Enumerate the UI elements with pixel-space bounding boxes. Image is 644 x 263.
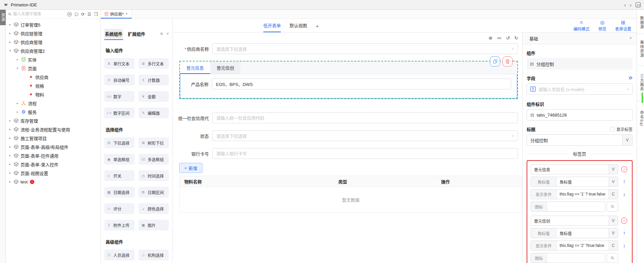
- tree-item-供应链管理[interactable]: ▸供应链管理: [6, 29, 101, 38]
- palette-item-多行文本[interactable]: ≣多行文本: [139, 58, 169, 69]
- form-settings-button[interactable]: ⊞表单设置: [615, 20, 631, 32]
- icon-input[interactable]: 图标: [531, 253, 605, 263]
- right-rail-tab-命名Sql[interactable]: 命名Sql: [637, 103, 644, 134]
- variable-toggle-button[interactable]: V: [622, 135, 632, 145]
- tree-item-供应商管理2[interactable]: ▾供应商管理2: [6, 46, 101, 55]
- nav-back-icon[interactable]: ‹: [624, 2, 626, 7]
- tree-item-库存管理[interactable]: ▸库存管理: [6, 116, 101, 125]
- code-toggle-button[interactable]: C: [608, 241, 618, 250]
- palette-item-附件上传[interactable]: ⇪附件上传: [104, 220, 135, 230]
- save-icon[interactable]: [636, 2, 641, 7]
- preview-button[interactable]: ◎预览: [598, 20, 606, 32]
- new-module-icon[interactable]: ⬡: [74, 12, 78, 16]
- editor-tab-supplier[interactable]: 供应商* ×: [101, 10, 132, 18]
- palette-item-下拉选择[interactable]: ⊟下拉选择: [104, 137, 135, 148]
- add-row-button[interactable]: + 新增: [179, 163, 202, 173]
- expand-arrow-icon[interactable]: ▸: [16, 110, 19, 114]
- product-name-input[interactable]: EOS、BPS、DWS: [212, 79, 511, 89]
- view-tab-默认视图[interactable]: 默认视图: [290, 22, 307, 32]
- tree-item-页面-表单-录入控件[interactable]: ▸页面-表单-录入控件: [6, 160, 101, 169]
- redo-icon[interactable]: ↻: [514, 35, 518, 43]
- credit-code-input-inner[interactable]: [216, 116, 514, 121]
- status-select[interactable]: 请选择下拉选择 ˅: [212, 130, 518, 141]
- group-name-input[interactable]: 普元信息 V: [531, 164, 618, 174]
- palette-item-单选框组[interactable]: ◉单选框组: [104, 154, 135, 165]
- expand-arrow-icon[interactable]: ▸: [8, 23, 12, 26]
- credit-code-input[interactable]: [212, 113, 518, 123]
- palette-item-时间选择[interactable]: ◷时间选择: [139, 170, 169, 181]
- i18n-icon[interactable]: ⊛: [489, 35, 493, 43]
- tab-puyuan-xinchuang[interactable]: 普元信创: [210, 61, 240, 74]
- delete-component-button[interactable]: [502, 56, 513, 67]
- code-mode-button[interactable]: ⌗编码模式: [573, 20, 590, 32]
- badge-value-input[interactable]: 角标值 角标值 V: [531, 228, 618, 238]
- copy-component-button[interactable]: [490, 56, 500, 67]
- scrollbar-thumb[interactable]: [642, 92, 643, 103]
- close-tab-icon[interactable]: ×: [125, 11, 128, 16]
- remove-group-button[interactable]: −: [621, 166, 627, 172]
- field-select[interactable]: T 请输入字段名 (v-model) ˅: [527, 83, 633, 95]
- tree-item-供应商[interactable]: 供应商: [6, 73, 101, 81]
- tree-item-页面-视图设置[interactable]: ▸页面-视图设置: [6, 169, 101, 177]
- remove-group-button[interactable]: −: [621, 218, 627, 224]
- palette-item-日期选择[interactable]: ▦日期选择: [104, 187, 135, 198]
- tab-extension-components[interactable]: 扩展组件: [127, 29, 146, 39]
- move-down-button[interactable]: ↓: [623, 191, 626, 197]
- bank-card-input-inner[interactable]: [216, 151, 514, 156]
- locale-icon[interactable]: ❒: [94, 12, 98, 16]
- undo-icon[interactable]: ↺: [506, 35, 510, 43]
- add-view-button[interactable]: +: [316, 23, 319, 32]
- tree-item-流程-业务流程配置与使用[interactable]: ▸流程-业务流程配置与使用: [6, 125, 101, 134]
- palette-item-单行文本[interactable]: A单行文本: [104, 58, 135, 69]
- tab-system-components[interactable]: 系统组件: [104, 29, 123, 39]
- icon-search-button[interactable]: ⚲: [607, 253, 618, 263]
- code-toggle-button[interactable]: C: [608, 189, 618, 199]
- display-condition-input[interactable]: 显示条件 this.flag == '2' ?true:false C: [531, 240, 618, 251]
- variable-toggle-button[interactable]: V: [608, 228, 618, 238]
- ai-assistant-icon[interactable]: AI: [67, 12, 72, 16]
- expand-arrow-icon[interactable]: ▸: [8, 32, 12, 35]
- variable-toggle-button[interactable]: V: [608, 216, 618, 225]
- palette-item-开关[interactable]: ◐开关: [104, 170, 135, 181]
- palette-item-计数器[interactable]: ±计数器: [139, 75, 169, 85]
- expand-arrow-icon[interactable]: ▸: [8, 171, 12, 175]
- expand-arrow-icon[interactable]: ▸: [8, 136, 12, 140]
- palette-item-树形下拉[interactable]: ⊞树形下拉: [139, 137, 169, 148]
- move-up-button[interactable]: ↑: [623, 179, 626, 185]
- identifier-input[interactable]: ⊟ tabs_74685126: [527, 109, 633, 121]
- palette-item-图片[interactable]: ▣图片: [139, 220, 169, 230]
- collapse-chevron-icon[interactable]: ˅: [166, 31, 169, 36]
- title-input[interactable]: 分组控制 V: [527, 134, 633, 146]
- tree-item-订单管理5[interactable]: ▸订单管理5: [6, 20, 101, 29]
- expand-arrow-icon[interactable]: ▸: [8, 128, 12, 131]
- palette-item-人员选择[interactable]: ⚇人员选择: [104, 250, 135, 260]
- right-rail-tab-数据源[interactable]: 数据源: [637, 12, 644, 33]
- expand-arrow-icon[interactable]: ▸: [8, 145, 12, 148]
- palette-item-金额[interactable]: ¥金额: [139, 91, 169, 102]
- variable-toggle-button[interactable]: V: [608, 165, 618, 174]
- view-tab-低开表单[interactable]: 低开表单: [263, 22, 281, 32]
- tree-item-页面-表单-控件通用[interactable]: ▸页面-表单-控件通用: [6, 151, 101, 160]
- right-rail-tab-离线资源[interactable]: 离线资源: [637, 38, 644, 60]
- search-input[interactable]: [13, 12, 66, 16]
- display-condition-input[interactable]: 显示条件 this.flag == '1' ? true:false C: [531, 189, 618, 199]
- supplier-select[interactable]: 请选择下拉选择 ˅: [212, 43, 518, 54]
- outline-list-icon[interactable]: ☰: [87, 12, 91, 16]
- badge-value-input[interactable]: 角标值 角标值 V: [531, 177, 618, 187]
- palette-item-颜色选择[interactable]: ◒颜色选择: [139, 203, 169, 214]
- inspector-section-basic[interactable]: 基础 ˅: [523, 33, 637, 44]
- right-rail-tab-三方服务[interactable]: 三方服务: [637, 71, 644, 94]
- palette-item-日期区间[interactable]: ⧉日期区间: [139, 187, 169, 198]
- tree-item-供应商管理[interactable]: ▸供应商管理: [6, 38, 101, 46]
- move-down-button[interactable]: ↓: [623, 243, 626, 249]
- icon-input[interactable]: 图标: [531, 202, 605, 212]
- tree-item-规格[interactable]: 规格: [6, 81, 101, 90]
- tree-item-test[interactable]: ▸test!: [6, 177, 101, 186]
- expand-arrow-icon[interactable]: ▸: [16, 101, 19, 105]
- resources-rail-tab[interactable]: 资源: [0, 10, 6, 25]
- expand-arrow-icon[interactable]: ▸: [8, 154, 12, 157]
- icon-search-button[interactable]: ⚲: [607, 202, 618, 212]
- refresh-icon[interactable]: ⟳: [81, 12, 85, 16]
- expand-arrow-icon[interactable]: ▾: [16, 67, 19, 70]
- chevron-down-icon[interactable]: ˅: [630, 36, 632, 41]
